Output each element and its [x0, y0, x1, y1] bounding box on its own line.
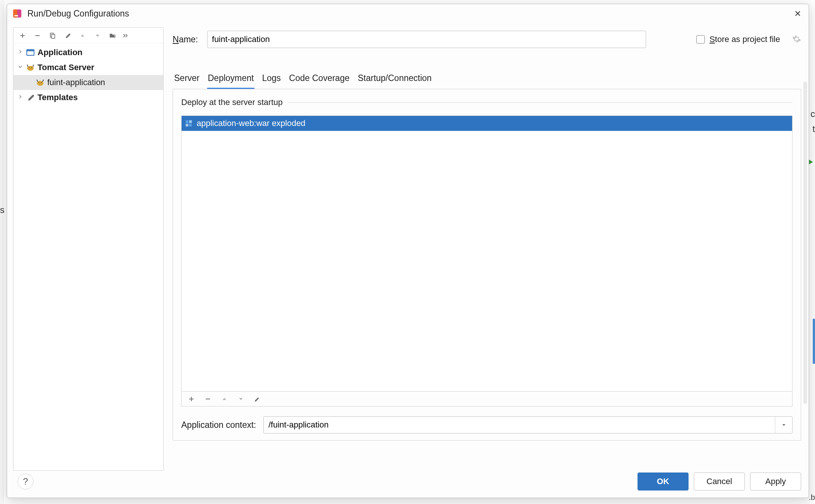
application-context-combo[interactable]: [263, 416, 792, 434]
svg-rect-17: [189, 124, 192, 126]
dialog-footer: ? OK Cancel Apply: [7, 465, 809, 498]
artifacts-list[interactable]: application-web:war exploded: [181, 116, 792, 392]
name-row: Name: Store as project file: [173, 27, 801, 51]
cancel-button[interactable]: Cancel: [694, 472, 745, 490]
store-as-project-file-checkbox[interactable]: Store as project file: [695, 34, 780, 45]
configuration-editor: Name: Store as project file Server Deplo…: [164, 23, 809, 465]
chevron-right-icon: [16, 94, 25, 101]
svg-rect-5: [52, 34, 55, 38]
store-label: Store as project file: [710, 34, 780, 44]
tab-logs[interactable]: Logs: [261, 70, 281, 89]
wrench-icon: [26, 93, 35, 102]
move-up-button: [75, 29, 90, 42]
scrollbar-track[interactable]: [803, 81, 807, 404]
configurations-sidebar: Application Tomcat Server fuint-applica: [13, 27, 164, 471]
configurations-tree[interactable]: Application Tomcat Server fuint-applica: [14, 44, 163, 470]
svg-rect-16: [186, 124, 188, 126]
chevron-right-icon: [16, 49, 25, 56]
application-context-input[interactable]: [264, 417, 775, 433]
sidebar-toolbar: [14, 28, 163, 44]
tree-node-label: Application: [38, 48, 83, 57]
store-checkbox-input[interactable]: [696, 35, 705, 44]
apply-button[interactable]: Apply: [750, 472, 801, 490]
svg-rect-3: [14, 15, 18, 16]
background-text-fragment: t: [812, 124, 815, 134]
tree-node-label: Templates: [38, 93, 78, 102]
tab-server[interactable]: Server: [173, 70, 200, 89]
artifact-item[interactable]: application-web:war exploded: [182, 116, 792, 131]
toolbar-overflow-button[interactable]: [120, 29, 131, 42]
dialog-title: Run/Debug Configurations: [27, 9, 792, 19]
tomcat-icon: [35, 78, 45, 87]
configuration-tabs: Server Deployment Logs Code Coverage Sta…: [173, 70, 801, 89]
edit-artifact-button[interactable]: [249, 392, 266, 406]
background-text-fragment: s: [0, 205, 5, 215]
tree-node-label: Tomcat Server: [38, 63, 94, 72]
dialog-titlebar: Run/Debug Configurations: [7, 4, 809, 23]
scrollbar-marker: [813, 319, 815, 364]
svg-rect-14: [186, 120, 188, 123]
svg-point-13: [41, 82, 42, 83]
svg-rect-7: [27, 50, 34, 51]
tab-deployment[interactable]: Deployment: [207, 70, 255, 89]
svg-rect-2: [13, 9, 17, 18]
artifact-icon: [185, 119, 193, 128]
dropdown-caret-button[interactable]: [775, 417, 792, 433]
ok-button[interactable]: OK: [638, 472, 689, 490]
section-title: Deploy at the server startup: [181, 98, 283, 107]
intellij-icon: [12, 9, 22, 18]
application-icon: [26, 48, 35, 57]
editor-gutter: [0, 0, 4, 504]
svg-point-12: [39, 82, 39, 83]
artifact-label: application-web:war exploded: [197, 118, 305, 128]
copy-config-button[interactable]: [45, 29, 60, 42]
move-down-button: [90, 29, 105, 42]
chevron-down-icon: [16, 64, 25, 71]
configuration-name-input[interactable]: [207, 31, 646, 48]
name-label: Name:: [173, 34, 198, 45]
folder-button[interactable]: [105, 29, 120, 42]
section-header: Deploy at the server startup: [181, 98, 792, 107]
tree-node-application[interactable]: Application: [14, 45, 163, 60]
edit-templates-button[interactable]: [60, 29, 75, 42]
move-artifact-up-button: [216, 392, 233, 406]
tab-startup-connection[interactable]: Startup/Connection: [357, 70, 432, 89]
background-text-fragment: .b: [809, 493, 815, 502]
help-button[interactable]: ?: [18, 474, 33, 489]
remove-config-button[interactable]: [30, 29, 45, 42]
tree-node-templates[interactable]: Templates: [14, 90, 163, 105]
svg-point-9: [29, 67, 30, 68]
background-text-fragment: c: [810, 109, 815, 119]
svg-rect-15: [189, 120, 192, 123]
tree-node-tomcat-server[interactable]: Tomcat Server: [14, 60, 163, 75]
add-artifact-button[interactable]: [183, 392, 200, 406]
artifacts-toolbar: [181, 392, 792, 406]
tomcat-icon: [26, 63, 35, 72]
move-artifact-down-button: [233, 392, 249, 406]
add-config-button[interactable]: [15, 29, 30, 42]
separator: [288, 102, 792, 103]
application-context-label: Application context:: [181, 420, 256, 430]
run-debug-configurations-dialog: Run/Debug Configurations: [7, 4, 809, 498]
svg-point-10: [31, 67, 32, 68]
remove-artifact-button[interactable]: [200, 392, 216, 406]
application-context-row: Application context:: [181, 416, 792, 434]
tab-code-coverage[interactable]: Code Coverage: [288, 70, 350, 89]
tree-node-fuint-application[interactable]: fuint-application: [14, 75, 163, 90]
close-button[interactable]: [792, 8, 803, 19]
svg-marker-0: [809, 159, 813, 164]
gear-icon[interactable]: [792, 34, 801, 45]
deployment-panel: Deploy at the server startup application…: [173, 89, 801, 441]
tree-node-label: fuint-application: [47, 78, 105, 87]
